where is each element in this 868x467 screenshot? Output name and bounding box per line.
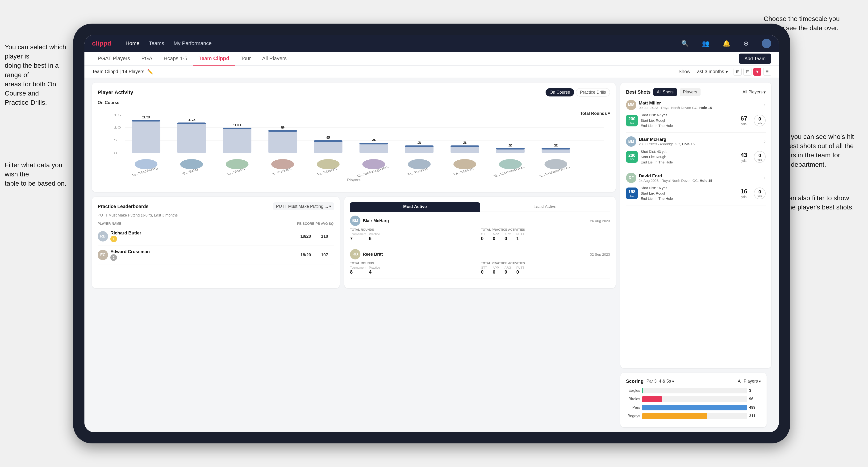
edit-icon[interactable]: ✏️ (147, 69, 153, 74)
tab-least-active[interactable]: Least Active (480, 203, 610, 212)
practice-drills-toggle[interactable]: Practice Drills (576, 88, 610, 96)
svg-text:2: 2 (508, 144, 512, 147)
most-active-card: Most Active Least Active BM Blair McHarg… (344, 197, 616, 288)
svg-text:3: 3 (417, 141, 421, 145)
shot-desc: Shot Dist: 16 ydsStart Lie: RoughEnd Lie… (641, 185, 734, 201)
subtab-pgat[interactable]: PGAT Players (92, 52, 135, 66)
nav-link-teams[interactable]: Teams (149, 40, 164, 46)
chart-area: Total Rounds ▾ 15 10 5 0 (98, 111, 610, 186)
scoring-birdies-val: 96 (749, 397, 761, 401)
svg-text:13: 13 (142, 116, 150, 119)
shot-stat-yds: 16 yds (737, 188, 751, 199)
avatar: BM (626, 136, 637, 147)
shot-stat-zero: 0 yds (754, 115, 766, 126)
all-shots-tab[interactable]: All Shots (653, 88, 677, 96)
shot-stat-yds: 43 yds (737, 151, 751, 162)
on-course-label: On Course (98, 100, 610, 105)
content-area: Player Activity On Course Practice Drill… (85, 78, 779, 432)
annotation-filter: Filter what data you wish thetable to be… (5, 160, 75, 188)
chart-dropdown[interactable]: Total Rounds ▾ (580, 111, 610, 116)
avatar[interactable] (762, 39, 771, 48)
scoring-bogeys-bar-wrap (642, 413, 747, 419)
chevron-down-icon: ▾ (764, 90, 766, 95)
view-grid4-button[interactable]: ⊞ (734, 68, 742, 76)
bell-icon[interactable]: 🔔 (723, 40, 730, 47)
scoring-birdies-bar (642, 396, 662, 402)
team-header: Team Clippd | 14 Players ✏️ Show: Last 3… (85, 66, 779, 78)
nav-link-performance[interactable]: My Performance (174, 40, 212, 46)
navbar: clippd Home Teams My Performance 🔍 👥 🔔 ⊕ (85, 35, 779, 52)
player-info: Matt Miller 09 Jun 2023 · Royal North De… (639, 100, 762, 110)
view-heart-button[interactable]: ♥ (753, 68, 762, 76)
shot-stat-zero: 0 yds (754, 151, 766, 163)
add-team-button[interactable]: Add Team (739, 54, 771, 64)
scoring-filter2[interactable]: All Players ▾ (738, 379, 761, 384)
tablet-screen: clippd Home Teams My Performance 🔍 👥 🔔 ⊕… (85, 35, 779, 432)
scoring-card: Scoring Par 3, 4 & 5s ▾ All Players ▾ Ea… (620, 373, 767, 427)
subtab-all-players[interactable]: All Players (256, 52, 292, 66)
subtab-hcaps[interactable]: Hcaps 1-5 (158, 52, 193, 66)
svg-point-45 (180, 159, 203, 169)
nav-link-home[interactable]: Home (125, 40, 140, 46)
scoring-filter1[interactable]: Par 3, 4 & 5s ▾ (646, 379, 674, 384)
team-name: Team Clippd | 14 Players (92, 69, 144, 74)
left-panel: Player Activity On Course Practice Drill… (92, 83, 616, 427)
bar-chart: 15 10 5 0 (98, 111, 610, 177)
shot-badge: 200 SG (626, 151, 638, 163)
svg-rect-23 (269, 130, 297, 153)
subtab-pga[interactable]: PGA (135, 52, 158, 66)
col-pb-avg: PB AVG SQ (315, 222, 334, 225)
scoring-eagles-bar (642, 388, 643, 394)
shot-badge: 200 SG (626, 115, 638, 126)
people-icon[interactable]: 👥 (702, 40, 710, 47)
practice-leaderboards-card: Practice Leaderboards PUTT Must Make Put… (92, 197, 340, 288)
svg-rect-21 (223, 128, 251, 129)
x-axis-label: Players (98, 178, 610, 183)
view-grid2-button[interactable]: ⊟ (743, 68, 751, 76)
rank-badge-2: 2 (111, 254, 117, 261)
svg-text:9: 9 (281, 126, 285, 129)
scoring-bogeys-val: 311 (749, 414, 761, 418)
all-players-dropdown[interactable]: All Players ▾ (743, 90, 766, 95)
chevron-right-icon[interactable]: › (764, 175, 766, 181)
chevron-down-icon: ▾ (672, 379, 674, 384)
table-row: EC Edward Crossman 2 18/20 107 (98, 246, 334, 264)
chevron-right-icon[interactable]: › (764, 138, 766, 145)
practice-table-header: PLAYER NAME PB SCORE PB AVG SQ (98, 220, 334, 227)
scoring-birdies-label: Birdies (626, 397, 640, 401)
player-name: Matt Miller (639, 100, 762, 106)
pb-score: 18/20 (296, 253, 315, 257)
svg-point-51 (453, 159, 476, 169)
add-circle-icon[interactable]: ⊕ (743, 40, 749, 47)
search-icon[interactable]: 🔍 (681, 40, 689, 47)
svg-rect-26 (314, 140, 342, 153)
svg-rect-18 (177, 123, 206, 124)
player-course: 24 Aug 2023 · Royal North Devon GC, Hole… (639, 179, 762, 183)
show-dropdown[interactable]: Last 3 months ▾ (694, 69, 728, 74)
on-course-toggle[interactable]: On Course (546, 88, 574, 96)
scoring-pars-bar (642, 405, 747, 410)
practice-title: Practice Leaderboards (98, 204, 273, 209)
svg-text:4: 4 (372, 138, 376, 142)
player-info: EC Edward Crossman 2 (98, 249, 296, 261)
chevron-right-icon[interactable]: › (764, 102, 766, 108)
best-shots-title: Best Shots (626, 89, 651, 95)
tab-most-active[interactable]: Most Active (350, 203, 480, 212)
svg-point-47 (271, 159, 294, 169)
scoring-title: Scoring (626, 379, 644, 384)
chevron-down-icon: ▾ (329, 204, 331, 209)
player-name: Blair McHarg (639, 137, 762, 142)
svg-rect-39 (496, 148, 525, 149)
svg-rect-27 (314, 140, 342, 142)
subtab-team-clippd[interactable]: Team Clippd (193, 52, 235, 66)
player-name: David Ford (639, 173, 762, 179)
svg-rect-33 (405, 145, 434, 147)
active-tabs: Most Active Least Active (350, 203, 610, 212)
players-tab[interactable]: Players (680, 88, 701, 96)
subtab-tour[interactable]: Tour (235, 52, 256, 66)
scoring-row-birdies: Birdies 96 (626, 396, 761, 402)
show-label: Show: (679, 69, 692, 74)
view-bars-button[interactable]: ≡ (763, 68, 771, 76)
practice-dropdown[interactable]: PUTT Must Make Putting ... ▾ (273, 203, 334, 210)
player-name: Edward Crossman (111, 249, 150, 254)
